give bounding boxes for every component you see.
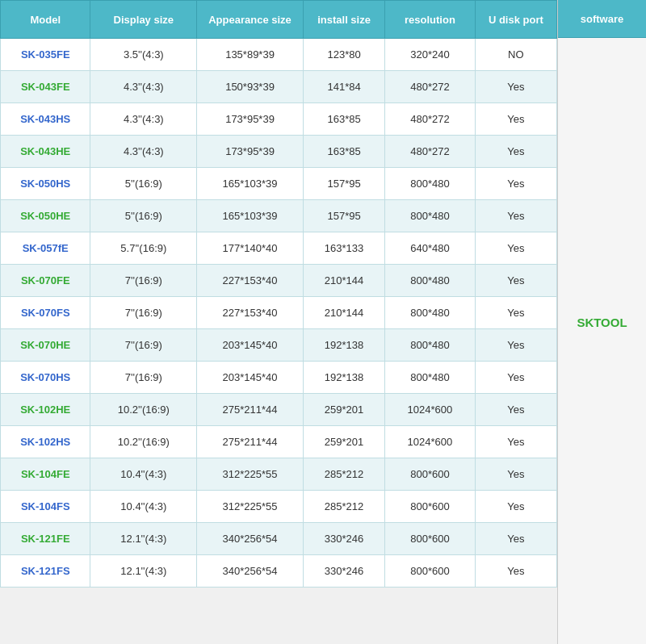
resolution-cell: 800*480	[385, 329, 475, 362]
appearance-size-cell: 165*103*39	[197, 200, 304, 232]
display-size-cell: 7''(16:9)	[90, 265, 197, 297]
display-size-cell: 10.4''(4:3)	[90, 458, 197, 491]
table-row: SK-070FE7''(16:9)227*153*40210*144800*48…	[1, 265, 557, 297]
model-cell: SK-043HE	[1, 136, 90, 168]
table-row: SK-043HS4.3''(4:3)173*95*39163*85480*272…	[1, 103, 557, 136]
table-row: SK-102HS10.2''(16:9)275*211*44259*201102…	[1, 426, 557, 458]
install-size-cell: 157*95	[303, 200, 384, 232]
display-size-cell: 7''(16:9)	[90, 329, 197, 362]
display-size-cell: 10.2''(16:9)	[90, 394, 197, 426]
display-size-cell: 4.3''(4:3)	[90, 136, 197, 168]
table-body: SK-035FE3.5''(4:3)135*89*39123*80320*240…	[1, 39, 557, 588]
resolution-cell: 800*480	[385, 168, 475, 200]
table-section: Model Display size Appearance size insta…	[0, 0, 557, 644]
display-size-cell: 5.7''(16:9)	[90, 232, 197, 265]
appearance-size-cell: 173*95*39	[197, 136, 304, 168]
table-row: SK-104FS10.4''(4:3)312*225*55285*212800*…	[1, 491, 557, 523]
model-cell: SK-070FS	[1, 297, 90, 329]
udisk-port-cell: Yes	[475, 168, 556, 200]
udisk-port-cell: Yes	[475, 265, 556, 297]
appearance-size-cell: 227*153*40	[197, 265, 304, 297]
model-cell: SK-035FE	[1, 39, 90, 71]
table-row: SK-035FE3.5''(4:3)135*89*39123*80320*240…	[1, 39, 557, 71]
display-size-cell: 12.1''(4:3)	[90, 523, 197, 555]
install-size-cell: 210*144	[303, 297, 384, 329]
appearance-size-cell: 177*140*40	[197, 232, 304, 265]
udisk-port-cell: Yes	[475, 297, 556, 329]
install-size-cell: 123*80	[303, 39, 384, 71]
appearance-size-cell: 312*225*55	[197, 458, 304, 491]
table-row: SK-050HS5''(16:9)165*103*39157*95800*480…	[1, 168, 557, 200]
table-row: SK-070HS7''(16:9)203*145*40192*138800*48…	[1, 362, 557, 394]
table-row: SK-057fE5.7''(16:9)177*140*40163*133640*…	[1, 232, 557, 265]
model-cell: SK-104FE	[1, 458, 90, 491]
appearance-size-cell: 340*256*54	[197, 555, 304, 588]
model-cell: SK-050HE	[1, 200, 90, 232]
resolution-cell: 480*272	[385, 136, 475, 168]
udisk-port-cell: Yes	[475, 329, 556, 362]
display-size-cell: 7''(16:9)	[90, 362, 197, 394]
model-cell: SK-121FS	[1, 555, 90, 588]
resolution-cell: 800*480	[385, 297, 475, 329]
display-size-cell: 7''(16:9)	[90, 297, 197, 329]
table-row: SK-070HE7''(16:9)203*145*40192*138800*48…	[1, 329, 557, 362]
display-size-cell: 5''(16:9)	[90, 168, 197, 200]
display-size-cell: 12.1''(4:3)	[90, 555, 197, 588]
resolution-cell: 480*272	[385, 103, 475, 136]
install-size-cell: 259*201	[303, 426, 384, 458]
install-size-cell: 330*246	[303, 555, 384, 588]
resolution-cell: 800*480	[385, 200, 475, 232]
resolution-cell: 800*600	[385, 555, 475, 588]
header-resolution: resolution	[385, 1, 475, 39]
resolution-cell: 480*272	[385, 71, 475, 103]
model-cell: SK-070FE	[1, 265, 90, 297]
udisk-port-cell: Yes	[475, 71, 556, 103]
udisk-port-cell: Yes	[475, 136, 556, 168]
resolution-cell: 800*600	[385, 523, 475, 555]
display-size-cell: 5''(16:9)	[90, 200, 197, 232]
resolution-cell: 640*480	[385, 232, 475, 265]
display-size-cell: 3.5''(4:3)	[90, 39, 197, 71]
udisk-port-cell: Yes	[475, 555, 556, 588]
header-display-size: Display size	[90, 1, 197, 39]
model-cell: SK-102HS	[1, 426, 90, 458]
model-cell: SK-050HS	[1, 168, 90, 200]
table-row: SK-070FS7''(16:9)227*153*40210*144800*48…	[1, 297, 557, 329]
header-udisk-port: U disk port	[475, 1, 556, 39]
header-appearance-size: Appearance size	[197, 1, 304, 39]
table-row: SK-050HE5''(16:9)165*103*39157*95800*480…	[1, 200, 557, 232]
resolution-cell: 800*480	[385, 265, 475, 297]
udisk-port-cell: Yes	[475, 394, 556, 426]
install-size-cell: 163*85	[303, 103, 384, 136]
product-table: Model Display size Appearance size insta…	[0, 0, 557, 588]
install-size-cell: 285*212	[303, 491, 384, 523]
install-size-cell: 330*246	[303, 523, 384, 555]
appearance-size-cell: 173*95*39	[197, 103, 304, 136]
model-cell: SK-104FS	[1, 491, 90, 523]
header-software: software	[581, 13, 623, 25]
install-size-cell: 210*144	[303, 265, 384, 297]
model-cell: SK-121FE	[1, 523, 90, 555]
udisk-port-cell: Yes	[475, 458, 556, 491]
install-size-cell: 163*133	[303, 232, 384, 265]
table-row: SK-102HE10.2''(16:9)275*211*44259*201102…	[1, 394, 557, 426]
model-cell: SK-102HE	[1, 394, 90, 426]
model-cell: SK-043HS	[1, 103, 90, 136]
table-row: SK-121FE12.1''(4:3)340*256*54330*246800*…	[1, 523, 557, 555]
table-header: Model Display size Appearance size insta…	[1, 1, 557, 39]
resolution-cell: 1024*600	[385, 426, 475, 458]
resolution-cell: 800*600	[385, 491, 475, 523]
display-size-cell: 10.2''(16:9)	[90, 426, 197, 458]
model-cell: SK-043FE	[1, 71, 90, 103]
page-wrapper: Model Display size Appearance size insta…	[0, 0, 646, 644]
display-size-cell: 4.3''(4:3)	[90, 71, 197, 103]
resolution-cell: 1024*600	[385, 394, 475, 426]
model-cell: SK-070HS	[1, 362, 90, 394]
table-row: SK-043HE4.3''(4:3)173*95*39163*85480*272…	[1, 136, 557, 168]
udisk-port-cell: Yes	[475, 491, 556, 523]
install-size-cell: 157*95	[303, 168, 384, 200]
display-size-cell: 4.3''(4:3)	[90, 103, 197, 136]
install-size-cell: 192*138	[303, 329, 384, 362]
install-size-cell: 192*138	[303, 362, 384, 394]
header-install-size: install size	[303, 1, 384, 39]
